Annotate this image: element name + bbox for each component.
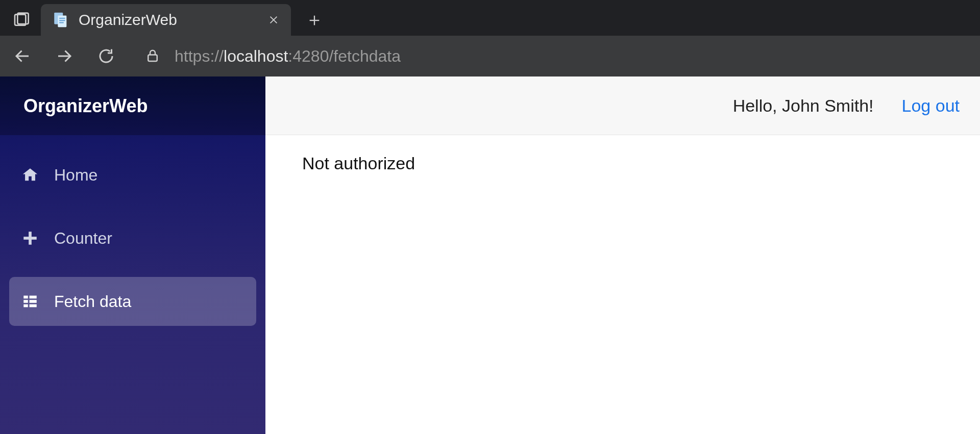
svg-rect-6: [59, 22, 64, 23]
list-icon: [20, 292, 40, 311]
svg-rect-13: [148, 55, 157, 62]
svg-rect-17: [30, 296, 37, 299]
sidebar-nav: Home Counter Fetch data: [0, 135, 265, 340]
svg-rect-19: [30, 300, 37, 303]
new-tab-button[interactable]: [299, 5, 330, 36]
browser-tab[interactable]: OrganizerWeb: [41, 4, 291, 36]
sidebar-item-counter[interactable]: Counter: [9, 214, 256, 263]
sidebar-item-label: Counter: [54, 229, 112, 248]
not-authorized-message: Not authorized: [302, 154, 415, 173]
forward-button[interactable]: [46, 40, 83, 72]
sidebar-item-label: Home: [54, 166, 97, 185]
tab-title: OrganizerWeb: [79, 11, 177, 29]
sidebar: OrganizerWeb Home Counter Fetch data: [0, 76, 265, 434]
tab-strip: OrganizerWeb: [0, 0, 980, 36]
svg-rect-5: [59, 20, 65, 21]
back-button[interactable]: [4, 40, 41, 72]
logout-link[interactable]: Log out: [902, 96, 960, 116]
home-icon: [20, 165, 40, 185]
page-content: Not authorized: [265, 135, 980, 173]
svg-rect-15: [23, 237, 37, 240]
site-lock-icon[interactable]: [140, 48, 165, 64]
main-area: Hello, John Smith! Log out Not authorize…: [265, 76, 980, 434]
url-port: :4280: [288, 47, 329, 66]
user-greeting: Hello, John Smith!: [733, 96, 874, 116]
sidebar-item-home[interactable]: Home: [9, 150, 256, 199]
svg-rect-4: [59, 18, 65, 19]
browser-toolbar: https://localhost:4280/fetchdata: [0, 36, 980, 76]
tab-favicon-icon: [52, 11, 69, 29]
url-path: /fetchdata: [329, 47, 401, 66]
sidebar-item-fetchdata[interactable]: Fetch data: [9, 277, 256, 326]
svg-rect-18: [23, 300, 28, 303]
address-bar[interactable]: https://localhost:4280/fetchdata: [170, 47, 976, 66]
url-scheme: https://: [175, 47, 224, 66]
svg-rect-3: [58, 16, 66, 28]
top-bar: Hello, John Smith! Log out: [265, 76, 980, 135]
tab-close-button[interactable]: [265, 12, 282, 28]
app-root: OrganizerWeb Home Counter Fetch data: [0, 76, 980, 434]
browser-chrome: OrganizerWeb https://localhost:4280/fetc…: [0, 0, 980, 76]
plus-icon: [20, 228, 40, 248]
sidebar-item-label: Fetch data: [54, 292, 131, 311]
tab-overview-button[interactable]: [10, 9, 32, 31]
reload-button[interactable]: [88, 40, 125, 72]
svg-rect-16: [23, 296, 28, 299]
svg-rect-20: [23, 304, 28, 308]
url-host: localhost: [224, 47, 288, 66]
brand-title[interactable]: OrganizerWeb: [0, 76, 265, 135]
svg-rect-21: [30, 304, 37, 308]
